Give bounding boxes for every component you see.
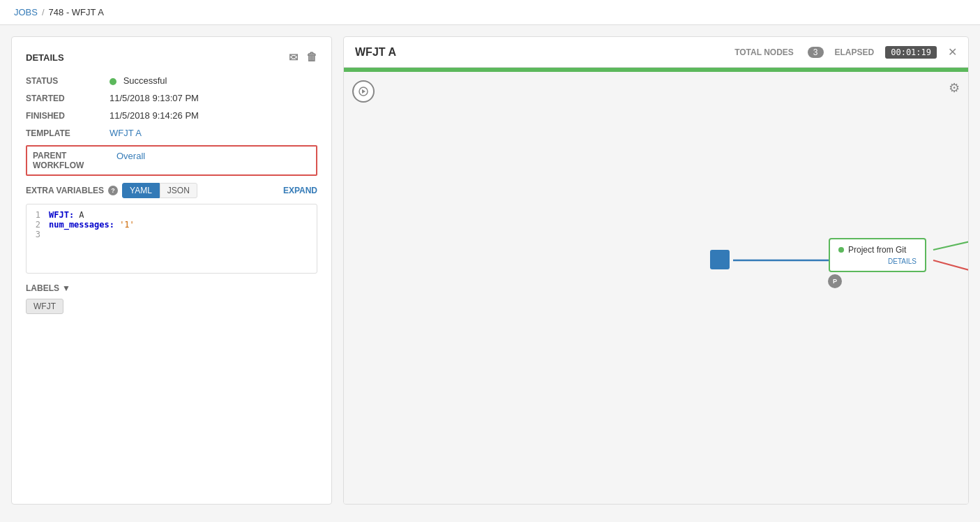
label-badge-wfjt: WFJT	[26, 299, 63, 314]
template-value[interactable]: WFJT A	[110, 128, 142, 138]
workflow-header: WFJT A TOTAL NODES 3 ELAPSED 00:01:19 ✕	[344, 37, 968, 68]
project-from-git-label: Project from Git	[848, 245, 906, 255]
expand-workflow-icon[interactable]: ✕	[948, 45, 957, 59]
labels-label: LABELS	[26, 283, 59, 293]
status-value: Successful	[110, 75, 167, 86]
panel-title-row: DETAILS ✉ 🗑	[26, 51, 317, 64]
labels-chevron: ▼	[62, 283, 70, 293]
workflow-title: WFJT A	[355, 46, 396, 59]
started-label: STARTED	[26, 93, 110, 103]
details-panel: DETAILS ✉ 🗑 STATUS Successful STARTED 11…	[11, 36, 332, 505]
svg-line-2	[933, 232, 968, 250]
yaml-tab[interactable]: YAML	[122, 183, 160, 198]
code-line-1: 1 WFJT: A	[32, 210, 311, 220]
labels-container: WFJT	[26, 299, 317, 314]
parent-workflow-value[interactable]: Overall	[116, 151, 145, 161]
finished-row: FINISHED 11/5/2018 9:14:26 PM	[26, 110, 317, 121]
status-dot	[110, 78, 116, 85]
line-num-3: 3	[32, 230, 40, 239]
project-from-git-node[interactable]: Project from Git DETAILS	[829, 238, 926, 272]
expand-button[interactable]: EXPAND	[283, 186, 317, 195]
code-editor[interactable]: 1 WFJT: A 2 num_messages: '1' 3	[26, 204, 317, 274]
workflow-canvas[interactable]: ⚙ Project from Git DET	[344, 72, 968, 504]
elapsed-value: 00:01:19	[885, 46, 937, 59]
workflow-panel: WFJT A TOTAL NODES 3 ELAPSED 00:01:19 ✕ …	[343, 36, 969, 505]
started-value: 11/5/2018 9:13:07 PM	[110, 93, 199, 103]
project-from-git-status	[838, 247, 844, 253]
breadcrumb-bar: JOBS / 748 - WFJT A	[0, 0, 980, 25]
line-num-1: 1	[32, 210, 40, 220]
total-nodes-label: TOTAL NODES	[734, 47, 794, 57]
project-from-git-badge: P	[828, 274, 842, 288]
code-content-1: WFJT: A	[49, 210, 84, 220]
workflow-meta: TOTAL NODES 3 ELAPSED 00:01:19 ✕	[734, 45, 957, 59]
launch-icon[interactable]: ✉	[289, 51, 298, 64]
panel-title-text: DETAILS	[26, 52, 64, 63]
svg-line-3	[933, 260, 968, 281]
extra-variables-label: EXTRA VARIABLES ? YAML JSON	[26, 183, 197, 198]
started-row: STARTED 11/5/2018 9:13:07 PM	[26, 93, 317, 103]
workflow-start-node[interactable]	[710, 250, 730, 269]
yaml-json-tabs: YAML JSON	[122, 183, 197, 198]
status-row: STATUS Successful	[26, 75, 317, 86]
template-row: TEMPLATE WFJT A	[26, 128, 317, 138]
parent-workflow-label: PARENT WORKFLOW	[33, 151, 116, 170]
trash-icon[interactable]: 🗑	[306, 51, 317, 64]
finished-value: 11/5/2018 9:14:26 PM	[110, 110, 199, 121]
main-layout: DETAILS ✉ 🗑 STATUS Successful STARTED 11…	[0, 25, 980, 516]
breadcrumb-current: 748 - WFJT A	[49, 7, 104, 17]
project-from-git-header: Project from Git	[838, 245, 917, 255]
json-tab[interactable]: JSON	[160, 183, 197, 198]
code-line-3: 3	[32, 230, 311, 239]
project-from-git-details[interactable]: DETAILS	[838, 258, 917, 265]
finished-label: FINISHED	[26, 110, 110, 121]
panel-icons: ✉ 🗑	[289, 51, 317, 64]
code-line-2: 2 num_messages: '1'	[32, 220, 311, 230]
status-label: STATUS	[26, 75, 110, 86]
workflow-connections	[344, 72, 968, 504]
extra-variables-header: EXTRA VARIABLES ? YAML JSON EXPAND	[26, 183, 317, 198]
help-icon[interactable]: ?	[108, 186, 118, 195]
line-num-2: 2	[32, 220, 40, 230]
labels-header[interactable]: LABELS ▼	[26, 283, 317, 293]
template-label: TEMPLATE	[26, 128, 110, 138]
breadcrumb-jobs[interactable]: JOBS	[14, 7, 38, 17]
breadcrumb-separator: /	[42, 7, 45, 17]
code-content-2: num_messages: '1'	[49, 220, 135, 230]
parent-workflow-row: PARENT WORKFLOW Overall	[26, 145, 317, 176]
total-nodes-value: 3	[808, 47, 824, 58]
elapsed-label: ELAPSED	[835, 47, 875, 57]
